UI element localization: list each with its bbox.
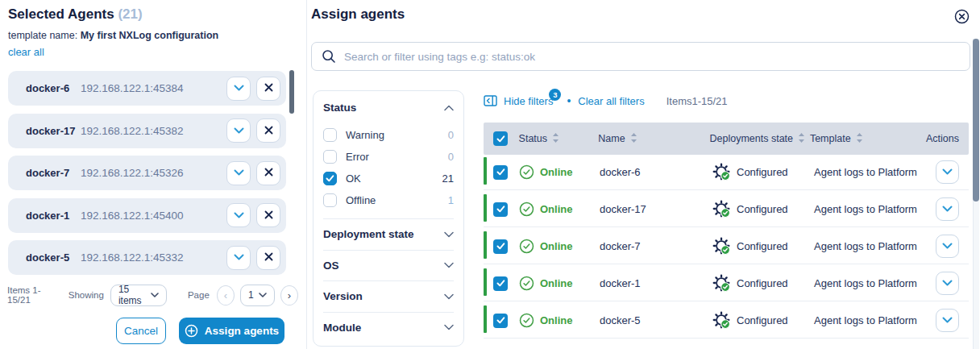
header-name[interactable]: Name: [598, 132, 637, 146]
template-cell: Agent logs to Platform: [814, 314, 917, 326]
deployment-state-cell: Configured: [737, 314, 788, 326]
hide-filters-icon[interactable]: [484, 94, 497, 107]
deployment-state-cell: Configured: [737, 240, 788, 252]
filter-section-os[interactable]: OS: [323, 250, 454, 281]
assign-agents-button[interactable]: Assign agents: [179, 318, 284, 344]
items-count-text: Items 1-15/21: [7, 285, 57, 305]
status-accent-bar: [484, 194, 487, 222]
filter-option-label: Warning: [346, 129, 384, 141]
configured-gear-icon: [712, 200, 731, 218]
agent-remove-button[interactable]: [256, 203, 280, 227]
chevron-down-icon: [444, 324, 454, 330]
row-expand-button[interactable]: [936, 309, 959, 332]
filter-option-label: OK: [346, 172, 361, 185]
configured-gear-icon: [712, 237, 731, 256]
page-size-dropdown[interactable]: 15 items: [110, 285, 167, 306]
pagination-bar: Items 1-15/21 Showing 15 items Page ‹ 1 …: [7, 284, 298, 306]
row-checkbox[interactable]: [493, 202, 508, 217]
agents-table-area: Hide filters 3 • Clear all filters Items…: [484, 90, 969, 340]
header-label: Template: [810, 133, 851, 144]
chevron-down-icon: [942, 168, 953, 176]
checkbox-checked[interactable]: [323, 172, 337, 185]
filter-section-deployment-state[interactable]: Deployment state: [323, 218, 454, 250]
agent-card: docker-5 192.168.122.1:45332: [8, 240, 286, 275]
agent-name-cell: docker-1: [600, 277, 641, 289]
search-input[interactable]: [344, 51, 960, 63]
filter-section-version[interactable]: Version: [323, 280, 454, 312]
agent-remove-button[interactable]: [256, 77, 280, 101]
header-template[interactable]: Template: [810, 132, 863, 146]
row-expand-button[interactable]: [936, 197, 959, 221]
agent-remove-button[interactable]: [256, 246, 280, 270]
status-text: Online: [540, 203, 572, 215]
page-number-dropdown[interactable]: 1: [240, 285, 275, 306]
sort-icon[interactable]: [630, 132, 637, 146]
table-toolbar: Hide filters 3 • Clear all filters Items…: [484, 90, 969, 111]
agent-expand-button[interactable]: [226, 203, 251, 227]
row-checkbox[interactable]: [493, 314, 508, 328]
chevron-down-icon: [444, 262, 454, 268]
header-status[interactable]: Status: [519, 132, 559, 146]
row-checkbox[interactable]: [493, 276, 508, 291]
close-icon: [264, 210, 273, 222]
agent-name: docker-5: [8, 251, 81, 264]
separator-dot: •: [567, 94, 571, 107]
cancel-button[interactable]: Cancel: [116, 318, 166, 344]
row-expand-button[interactable]: [936, 160, 959, 184]
chevron-down-icon: [444, 231, 454, 238]
table-items-count: Items1-15/21: [666, 95, 728, 107]
table-header-row: Status Name Deployments state Template A…: [484, 123, 969, 155]
status-text: Online: [540, 166, 572, 178]
panel-scrollbar-thumb[interactable]: [973, 39, 979, 202]
template-cell: Agent logs to Platform: [814, 166, 917, 178]
row-checkbox[interactable]: [493, 165, 508, 180]
sort-icon[interactable]: [856, 132, 863, 146]
filter-section-label: Deployment state: [323, 228, 414, 240]
agent-remove-button[interactable]: [256, 118, 280, 143]
online-check-icon: [519, 164, 534, 180]
status-accent-bar: [484, 231, 487, 259]
filter-section-status[interactable]: Status: [323, 102, 454, 114]
sort-icon[interactable]: [798, 132, 805, 146]
chevron-down-icon: [942, 243, 953, 250]
online-check-icon: [519, 202, 534, 217]
close-dialog-button[interactable]: [954, 9, 970, 24]
agent-expand-button[interactable]: [226, 161, 251, 185]
prev-page-button[interactable]: ‹: [217, 285, 235, 305]
status-accent-bar: [484, 268, 487, 296]
row-expand-button[interactable]: [936, 235, 959, 258]
header-label: Name: [598, 133, 625, 144]
chevron-down-icon: [444, 293, 454, 300]
filter-option-error: Error 0: [323, 146, 454, 168]
agent-card: docker-7 192.168.122.1:45326: [8, 156, 286, 190]
agent-list-scrollbar[interactable]: [289, 70, 294, 114]
chevron-up-icon: [444, 105, 454, 111]
agent-expand-button[interactable]: [226, 77, 251, 101]
template-name-label: template name:: [8, 30, 81, 41]
agent-expand-button[interactable]: [226, 118, 251, 143]
showing-label: Showing: [69, 290, 104, 300]
header-label: Status: [519, 133, 547, 144]
configured-gear-icon: [712, 274, 731, 293]
next-page-button[interactable]: ›: [280, 285, 298, 305]
close-icon: [264, 251, 273, 264]
checkbox-unchecked[interactable]: [323, 150, 337, 164]
sort-icon[interactable]: [552, 132, 559, 146]
agent-expand-button[interactable]: [226, 246, 251, 270]
header-deployments-state[interactable]: Deployments state: [710, 132, 806, 146]
status-accent-bar: [484, 157, 487, 185]
clear-all-link[interactable]: clear all: [8, 46, 44, 58]
agent-remove-button[interactable]: [256, 161, 280, 185]
row-expand-button[interactable]: [936, 272, 959, 295]
agent-name-cell: docker-5: [600, 314, 641, 326]
clear-all-filters-link[interactable]: Clear all filters: [578, 95, 644, 107]
deployment-state-cell: Configured: [737, 277, 788, 289]
checkbox-unchecked[interactable]: [323, 193, 337, 207]
hide-filters-link[interactable]: Hide filters: [504, 95, 553, 107]
filter-option-count: 0: [448, 129, 454, 141]
row-checkbox[interactable]: [493, 239, 508, 254]
header-actions: Actions: [926, 133, 959, 144]
filter-section-module[interactable]: Module: [323, 312, 454, 343]
checkbox-unchecked[interactable]: [323, 128, 337, 142]
select-all-checkbox[interactable]: [493, 131, 508, 146]
